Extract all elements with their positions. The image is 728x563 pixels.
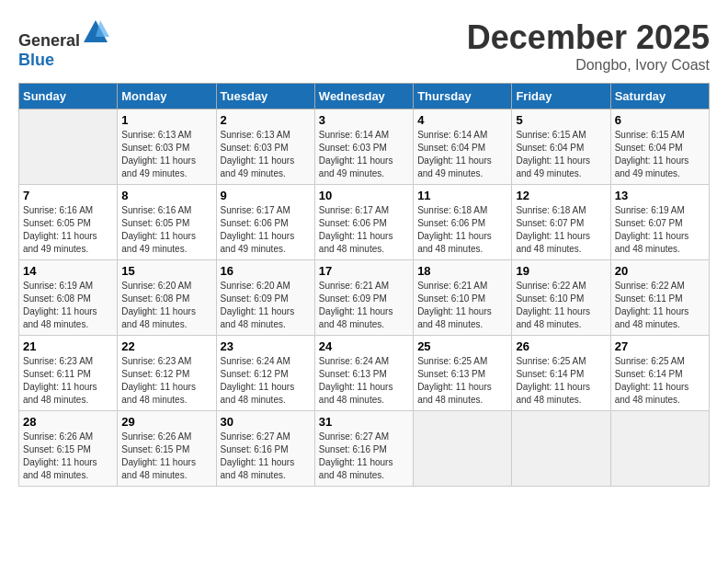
day-info: Sunrise: 6:23 AMSunset: 6:12 PMDaylight:… <box>121 355 211 407</box>
day-number: 6 <box>615 113 705 127</box>
calendar-cell: 27Sunrise: 6:25 AMSunset: 6:14 PMDayligh… <box>610 336 709 411</box>
day-info: Sunrise: 6:14 AMSunset: 6:04 PMDaylight:… <box>417 129 507 180</box>
day-info: Sunrise: 6:21 AMSunset: 6:10 PMDaylight:… <box>417 280 507 331</box>
logo-wordmark: General Blue <box>18 18 109 70</box>
day-number: 18 <box>417 264 507 278</box>
calendar-cell: 6Sunrise: 6:15 AMSunset: 6:04 PMDaylight… <box>610 109 709 185</box>
day-info: Sunrise: 6:23 AMSunset: 6:11 PMDaylight:… <box>23 355 113 407</box>
day-number: 15 <box>121 264 211 278</box>
calendar-cell: 5Sunrise: 6:15 AMSunset: 6:04 PMDaylight… <box>512 109 610 185</box>
day-info: Sunrise: 6:20 AMSunset: 6:08 PMDaylight:… <box>121 280 211 331</box>
calendar-week-row: 7Sunrise: 6:16 AMSunset: 6:05 PMDaylight… <box>19 185 710 260</box>
header-cell-sunday: Sunday <box>19 84 118 109</box>
calendar-cell: 25Sunrise: 6:25 AMSunset: 6:13 PMDayligh… <box>414 336 512 411</box>
calendar-cell <box>512 411 610 487</box>
header-cell-monday: Monday <box>118 84 216 109</box>
day-number: 29 <box>121 415 211 429</box>
calendar-cell: 31Sunrise: 6:27 AMSunset: 6:16 PMDayligh… <box>314 411 413 487</box>
day-number: 2 <box>221 113 311 127</box>
calendar-cell: 18Sunrise: 6:21 AMSunset: 6:10 PMDayligh… <box>414 260 512 336</box>
day-number: 11 <box>417 189 507 202</box>
day-number: 4 <box>417 113 507 127</box>
logo-icon <box>82 18 109 46</box>
day-number: 25 <box>417 339 507 353</box>
day-info: Sunrise: 6:15 AMSunset: 6:04 PMDaylight:… <box>516 129 606 180</box>
day-info: Sunrise: 6:18 AMSunset: 6:07 PMDaylight:… <box>516 204 606 256</box>
calendar-cell: 30Sunrise: 6:27 AMSunset: 6:16 PMDayligh… <box>216 411 314 487</box>
calendar-cell <box>414 411 512 487</box>
day-info: Sunrise: 6:25 AMSunset: 6:14 PMDaylight:… <box>615 355 705 407</box>
day-number: 10 <box>319 189 409 202</box>
calendar-cell: 8Sunrise: 6:16 AMSunset: 6:05 PMDaylight… <box>118 185 216 260</box>
day-number: 19 <box>516 264 606 278</box>
day-number: 7 <box>23 189 113 202</box>
day-info: Sunrise: 6:24 AMSunset: 6:12 PMDaylight:… <box>221 355 311 407</box>
header-cell-wednesday: Wednesday <box>314 84 413 109</box>
header-cell-tuesday: Tuesday <box>216 84 314 109</box>
calendar-cell: 1Sunrise: 6:13 AMSunset: 6:03 PMDaylight… <box>118 109 216 185</box>
day-number: 13 <box>615 189 705 202</box>
day-number: 26 <box>516 339 606 353</box>
calendar-header-row: SundayMondayTuesdayWednesdayThursdayFrid… <box>19 84 710 109</box>
day-info: Sunrise: 6:27 AMSunset: 6:16 PMDaylight:… <box>221 431 311 482</box>
day-info: Sunrise: 6:13 AMSunset: 6:03 PMDaylight:… <box>121 129 211 180</box>
logo-general: General <box>18 31 80 50</box>
calendar-cell <box>19 109 118 185</box>
day-info: Sunrise: 6:22 AMSunset: 6:10 PMDaylight:… <box>516 280 606 331</box>
day-info: Sunrise: 6:17 AMSunset: 6:06 PMDaylight:… <box>319 204 409 256</box>
day-info: Sunrise: 6:21 AMSunset: 6:09 PMDaylight:… <box>319 280 409 331</box>
calendar-cell: 2Sunrise: 6:13 AMSunset: 6:03 PMDaylight… <box>216 109 314 185</box>
header-cell-saturday: Saturday <box>610 84 709 109</box>
day-info: Sunrise: 6:16 AMSunset: 6:05 PMDaylight:… <box>23 204 113 256</box>
location-title: Dongbo, Ivory Coast <box>467 57 710 74</box>
calendar-cell: 28Sunrise: 6:26 AMSunset: 6:15 PMDayligh… <box>19 411 118 487</box>
calendar-cell: 4Sunrise: 6:14 AMSunset: 6:04 PMDaylight… <box>414 109 512 185</box>
calendar-cell: 12Sunrise: 6:18 AMSunset: 6:07 PMDayligh… <box>512 185 610 260</box>
calendar-cell: 20Sunrise: 6:22 AMSunset: 6:11 PMDayligh… <box>610 260 709 336</box>
day-number: 3 <box>319 113 409 127</box>
month-title: December 2025 <box>467 18 710 57</box>
day-number: 23 <box>221 339 311 353</box>
day-number: 9 <box>221 189 311 202</box>
title-block: December 2025 Dongbo, Ivory Coast <box>467 18 710 74</box>
calendar-cell: 15Sunrise: 6:20 AMSunset: 6:08 PMDayligh… <box>118 260 216 336</box>
day-number: 1 <box>121 113 211 127</box>
day-number: 21 <box>23 339 113 353</box>
header-cell-thursday: Thursday <box>414 84 512 109</box>
calendar-cell: 29Sunrise: 6:26 AMSunset: 6:15 PMDayligh… <box>118 411 216 487</box>
logo-blue: Blue <box>18 51 54 69</box>
day-info: Sunrise: 6:26 AMSunset: 6:15 PMDaylight:… <box>121 431 211 482</box>
calendar-cell: 13Sunrise: 6:19 AMSunset: 6:07 PMDayligh… <box>610 185 709 260</box>
day-info: Sunrise: 6:17 AMSunset: 6:06 PMDaylight:… <box>221 204 311 256</box>
day-number: 20 <box>615 264 705 278</box>
calendar-cell: 14Sunrise: 6:19 AMSunset: 6:08 PMDayligh… <box>19 260 118 336</box>
calendar-cell: 26Sunrise: 6:25 AMSunset: 6:14 PMDayligh… <box>512 336 610 411</box>
day-info: Sunrise: 6:16 AMSunset: 6:05 PMDaylight:… <box>121 204 211 256</box>
calendar-cell: 3Sunrise: 6:14 AMSunset: 6:03 PMDaylight… <box>314 109 413 185</box>
header-cell-friday: Friday <box>512 84 610 109</box>
day-info: Sunrise: 6:19 AMSunset: 6:07 PMDaylight:… <box>615 204 705 256</box>
day-number: 5 <box>516 113 606 127</box>
page-header: General Blue December 2025 Dongbo, Ivory… <box>18 18 710 74</box>
calendar-cell: 11Sunrise: 6:18 AMSunset: 6:06 PMDayligh… <box>414 185 512 260</box>
day-info: Sunrise: 6:25 AMSunset: 6:13 PMDaylight:… <box>417 355 507 407</box>
day-info: Sunrise: 6:15 AMSunset: 6:04 PMDaylight:… <box>615 129 705 180</box>
calendar-cell: 19Sunrise: 6:22 AMSunset: 6:10 PMDayligh… <box>512 260 610 336</box>
day-number: 8 <box>121 189 211 202</box>
day-number: 17 <box>319 264 409 278</box>
day-info: Sunrise: 6:14 AMSunset: 6:03 PMDaylight:… <box>319 129 409 180</box>
calendar-week-row: 1Sunrise: 6:13 AMSunset: 6:03 PMDaylight… <box>19 109 710 185</box>
calendar-cell: 21Sunrise: 6:23 AMSunset: 6:11 PMDayligh… <box>19 336 118 411</box>
calendar-table: SundayMondayTuesdayWednesdayThursdayFrid… <box>18 83 710 487</box>
calendar-cell: 10Sunrise: 6:17 AMSunset: 6:06 PMDayligh… <box>314 185 413 260</box>
day-info: Sunrise: 6:22 AMSunset: 6:11 PMDaylight:… <box>615 280 705 331</box>
day-info: Sunrise: 6:25 AMSunset: 6:14 PMDaylight:… <box>516 355 606 407</box>
day-info: Sunrise: 6:26 AMSunset: 6:15 PMDaylight:… <box>23 431 113 482</box>
day-info: Sunrise: 6:20 AMSunset: 6:09 PMDaylight:… <box>221 280 311 331</box>
calendar-cell: 9Sunrise: 6:17 AMSunset: 6:06 PMDaylight… <box>216 185 314 260</box>
calendar-cell: 16Sunrise: 6:20 AMSunset: 6:09 PMDayligh… <box>216 260 314 336</box>
day-number: 24 <box>319 339 409 353</box>
day-number: 16 <box>221 264 311 278</box>
day-info: Sunrise: 6:24 AMSunset: 6:13 PMDaylight:… <box>319 355 409 407</box>
day-info: Sunrise: 6:19 AMSunset: 6:08 PMDaylight:… <box>23 280 113 331</box>
